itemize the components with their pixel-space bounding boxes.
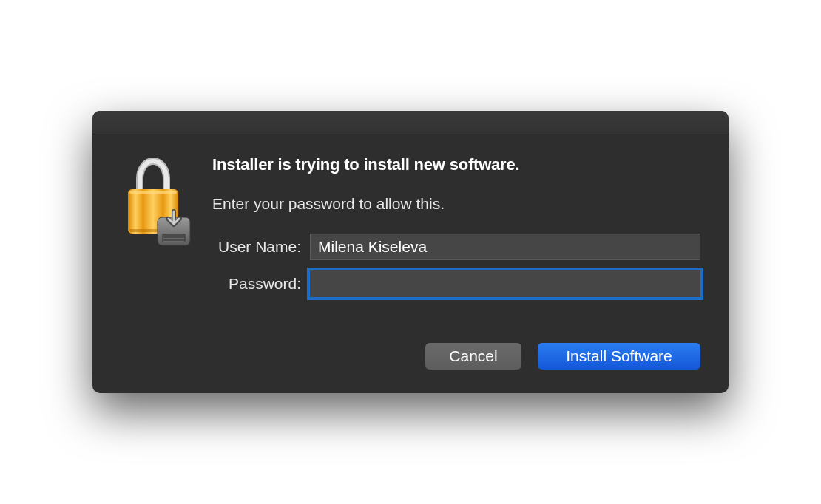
cancel-button[interactable]: Cancel [425,343,521,370]
username-label: User Name: [212,238,310,256]
svg-rect-2 [129,191,177,194]
button-row: Cancel Install Software [212,343,700,370]
dialog-titlebar[interactable] [92,111,729,134]
password-row: Password: [212,270,700,297]
authentication-dialog: Installer is trying to install new softw… [92,111,729,393]
install-software-button[interactable]: Install Software [538,343,700,370]
lock-icon [121,158,192,247]
dialog-subtitle: Enter your password to allow this. [212,195,700,213]
dialog-body: Installer is trying to install new softw… [92,134,729,393]
svg-rect-6 [163,238,184,239]
password-label: Password: [212,275,310,293]
svg-rect-7 [163,241,184,242]
username-row: User Name: [212,234,700,260]
username-input[interactable] [310,234,700,260]
password-input[interactable] [310,270,700,297]
dialog-title: Installer is trying to install new softw… [212,155,700,174]
icon-column [121,155,192,370]
content-column: Installer is trying to install new softw… [212,155,700,370]
